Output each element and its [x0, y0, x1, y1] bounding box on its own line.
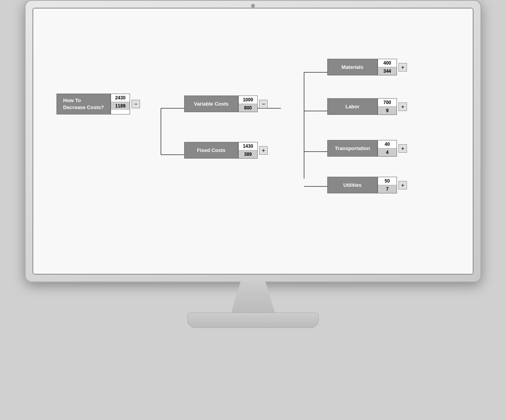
fixed-costs-value-bottom: 389 — [239, 150, 257, 158]
utilities-label: Utilities — [327, 177, 378, 193]
root-expand-button[interactable]: − — [132, 100, 140, 108]
materials-values: 400 344 — [378, 59, 397, 75]
screen-inner: How To Decrease Costs? 2430 1189 − Varia… — [33, 9, 473, 274]
labor-value-bottom: 9 — [378, 107, 397, 114]
labor-label: Labor — [327, 98, 378, 115]
utilities-values: 50 7 — [378, 177, 397, 193]
variable-costs-node: Variable Costs 1000 800 − — [184, 96, 268, 112]
fixed-costs-label: Fixed Costs — [184, 142, 238, 159]
labor-node: Labor 700 9 + — [327, 98, 407, 115]
transportation-node: Transportation 40 4 + — [327, 140, 407, 157]
variable-costs-expand-button[interactable]: − — [259, 100, 268, 108]
fixed-costs-value-top: 1430 — [239, 142, 257, 150]
variable-costs-values: 1000 800 — [238, 96, 258, 112]
materials-node: Materials 400 344 + — [327, 59, 407, 75]
variable-costs-label: Variable Costs — [184, 96, 238, 112]
camera-dot — [251, 4, 255, 8]
transportation-label: Transportation — [327, 140, 378, 157]
monitor-wrapper: How To Decrease Costs? 2430 1189 − Varia… — [0, 0, 506, 420]
fixed-costs-expand-button[interactable]: + — [259, 146, 268, 155]
fixed-costs-node: Fixed Costs 1430 389 + — [184, 142, 268, 159]
labor-values: 700 9 — [378, 98, 397, 115]
labor-expand-button[interactable]: + — [398, 102, 407, 111]
transportation-values: 40 4 — [378, 140, 397, 157]
materials-value-top: 400 — [378, 59, 397, 67]
materials-expand-button[interactable]: + — [398, 63, 407, 72]
screen: How To Decrease Costs? 2430 1189 − Varia… — [32, 8, 474, 275]
utilities-expand-button[interactable]: + — [398, 181, 407, 190]
root-label: How To Decrease Costs? — [56, 94, 111, 114]
root-value-top: 2430 — [111, 94, 130, 102]
transportation-value-bottom: 4 — [378, 149, 397, 156]
fixed-costs-values: 1430 389 — [238, 142, 258, 159]
variable-costs-value-bottom: 800 — [239, 104, 257, 112]
utilities-value-bottom: 7 — [378, 185, 397, 193]
root-node: How To Decrease Costs? 2430 1189 − — [56, 94, 140, 114]
root-value-bottom: 1189 — [111, 102, 130, 110]
monitor-base — [187, 312, 319, 328]
materials-label: Materials — [327, 59, 378, 75]
transportation-value-top: 40 — [378, 140, 397, 149]
utilities-value-top: 50 — [378, 177, 397, 185]
root-values: 2430 1189 — [111, 94, 130, 114]
utilities-node: Utilities 50 7 + — [327, 177, 407, 193]
monitor-neck — [222, 282, 284, 312]
monitor-body: How To Decrease Costs? 2430 1189 − Varia… — [25, 0, 481, 282]
variable-costs-value-top: 1000 — [239, 96, 257, 104]
diagram: How To Decrease Costs? 2430 1189 − Varia… — [33, 9, 473, 274]
materials-value-bottom: 344 — [378, 67, 397, 75]
labor-value-top: 700 — [378, 99, 397, 107]
transportation-expand-button[interactable]: + — [398, 144, 407, 153]
